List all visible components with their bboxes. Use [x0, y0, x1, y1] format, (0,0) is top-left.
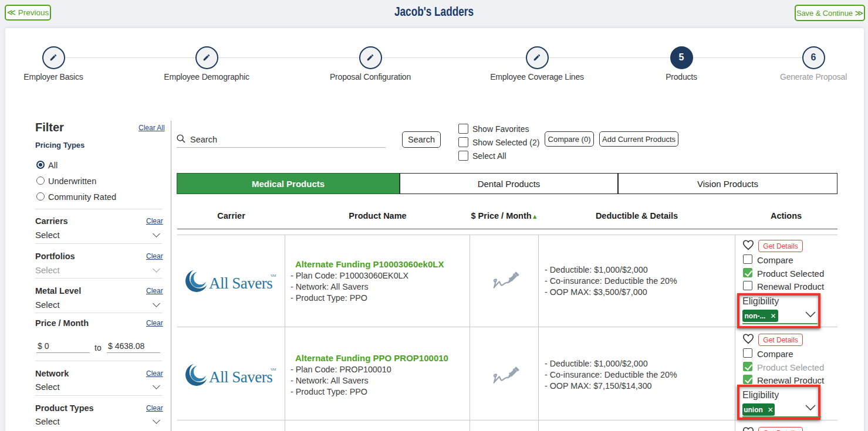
svg-text:SM: SM [271, 273, 276, 277]
svg-text:All Savers: All Savers [209, 368, 272, 385]
svg-text:SM: SM [271, 367, 276, 371]
svg-text:All Savers: All Savers [209, 274, 272, 292]
